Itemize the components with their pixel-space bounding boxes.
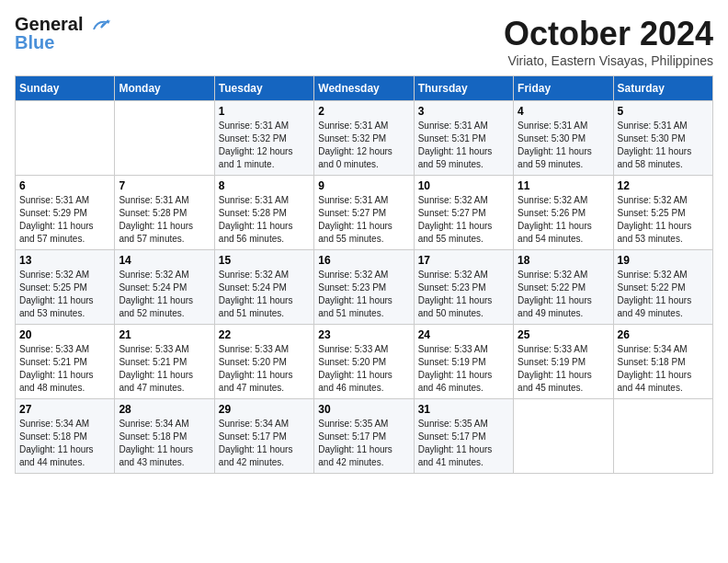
weekday-header: Monday — [115, 76, 214, 101]
day-number: 29 — [219, 403, 310, 416]
day-detail: Sunrise: 5:35 AM Sunset: 5:17 PM Dayligh… — [318, 418, 409, 469]
day-detail: Sunrise: 5:32 AM Sunset: 5:27 PM Dayligh… — [418, 194, 509, 246]
day-detail: Sunrise: 5:33 AM Sunset: 5:21 PM Dayligh… — [119, 343, 210, 395]
day-detail: Sunrise: 5:31 AM Sunset: 5:29 PM Dayligh… — [19, 194, 110, 246]
day-number: 8 — [219, 179, 310, 192]
day-number: 2 — [318, 105, 409, 118]
calendar-cell: 15Sunrise: 5:32 AM Sunset: 5:24 PM Dayli… — [214, 250, 313, 325]
calendar-cell: 24Sunrise: 5:33 AM Sunset: 5:19 PM Dayli… — [414, 325, 513, 399]
calendar-cell: 22Sunrise: 5:33 AM Sunset: 5:20 PM Dayli… — [214, 325, 313, 399]
day-detail: Sunrise: 5:34 AM Sunset: 5:17 PM Dayligh… — [219, 418, 310, 469]
day-number: 18 — [518, 254, 609, 267]
day-detail: Sunrise: 5:33 AM Sunset: 5:20 PM Dayligh… — [219, 343, 310, 395]
day-detail: Sunrise: 5:32 AM Sunset: 5:25 PM Dayligh… — [19, 269, 110, 320]
calendar-cell: 23Sunrise: 5:33 AM Sunset: 5:20 PM Dayli… — [314, 325, 414, 399]
calendar-cell: 16Sunrise: 5:32 AM Sunset: 5:23 PM Dayli… — [314, 250, 414, 325]
day-number: 28 — [119, 403, 210, 416]
calendar-cell: 9Sunrise: 5:31 AM Sunset: 5:27 PM Daylig… — [314, 176, 414, 250]
day-number: 9 — [318, 179, 409, 192]
title-block: October 2024 Viriato, Eastern Visayas, P… — [504, 15, 713, 68]
weekday-header: Friday — [514, 76, 613, 101]
day-number: 5 — [618, 105, 709, 118]
calendar-table: SundayMondayTuesdayWednesdayThursdayFrid… — [15, 75, 713, 474]
calendar-cell: 31Sunrise: 5:35 AM Sunset: 5:17 PM Dayli… — [414, 399, 513, 474]
day-number: 24 — [418, 328, 509, 341]
calendar-cell: 2Sunrise: 5:31 AM Sunset: 5:32 PM Daylig… — [314, 101, 414, 176]
calendar-cell: 19Sunrise: 5:32 AM Sunset: 5:22 PM Dayli… — [613, 250, 712, 325]
day-detail: Sunrise: 5:34 AM Sunset: 5:18 PM Dayligh… — [618, 343, 709, 395]
day-detail: Sunrise: 5:31 AM Sunset: 5:27 PM Dayligh… — [318, 194, 409, 246]
calendar-week-row: 27Sunrise: 5:34 AM Sunset: 5:18 PM Dayli… — [16, 399, 713, 474]
weekday-header: Tuesday — [214, 76, 313, 101]
day-number: 12 — [618, 179, 709, 192]
day-detail: Sunrise: 5:34 AM Sunset: 5:18 PM Dayligh… — [119, 418, 210, 469]
calendar-cell: 21Sunrise: 5:33 AM Sunset: 5:21 PM Dayli… — [115, 325, 214, 399]
calendar-cell: 1Sunrise: 5:31 AM Sunset: 5:32 PM Daylig… — [214, 101, 313, 176]
day-detail: Sunrise: 5:33 AM Sunset: 5:19 PM Dayligh… — [418, 343, 509, 395]
day-number: 6 — [19, 179, 110, 192]
month-title: October 2024 — [504, 15, 713, 53]
day-detail: Sunrise: 5:31 AM Sunset: 5:30 PM Dayligh… — [518, 120, 609, 171]
day-number: 16 — [318, 254, 409, 267]
day-detail: Sunrise: 5:33 AM Sunset: 5:21 PM Dayligh… — [19, 343, 110, 395]
day-number: 10 — [418, 179, 509, 192]
day-detail: Sunrise: 5:32 AM Sunset: 5:24 PM Dayligh… — [119, 269, 210, 320]
calendar-cell: 10Sunrise: 5:32 AM Sunset: 5:27 PM Dayli… — [414, 176, 513, 250]
day-detail: Sunrise: 5:32 AM Sunset: 5:23 PM Dayligh… — [318, 269, 409, 320]
day-number: 26 — [618, 328, 709, 341]
day-number: 23 — [318, 328, 409, 341]
weekday-header: Wednesday — [314, 76, 414, 101]
calendar-cell: 4Sunrise: 5:31 AM Sunset: 5:30 PM Daylig… — [514, 101, 613, 176]
day-detail: Sunrise: 5:31 AM Sunset: 5:28 PM Dayligh… — [219, 194, 310, 246]
calendar-cell: 12Sunrise: 5:32 AM Sunset: 5:25 PM Dayli… — [613, 176, 712, 250]
day-number: 17 — [418, 254, 509, 267]
day-number: 15 — [219, 254, 310, 267]
day-number: 13 — [19, 254, 110, 267]
logo: General Blue — [15, 15, 110, 52]
calendar-cell: 28Sunrise: 5:34 AM Sunset: 5:18 PM Dayli… — [115, 399, 214, 474]
calendar-week-row: 13Sunrise: 5:32 AM Sunset: 5:25 PM Dayli… — [16, 250, 713, 325]
calendar-cell: 5Sunrise: 5:31 AM Sunset: 5:30 PM Daylig… — [613, 101, 712, 176]
day-number: 14 — [119, 254, 210, 267]
day-detail: Sunrise: 5:31 AM Sunset: 5:32 PM Dayligh… — [219, 120, 310, 171]
calendar-cell: 7Sunrise: 5:31 AM Sunset: 5:28 PM Daylig… — [115, 176, 214, 250]
day-detail: Sunrise: 5:32 AM Sunset: 5:22 PM Dayligh… — [618, 269, 709, 320]
calendar-cell: 13Sunrise: 5:32 AM Sunset: 5:25 PM Dayli… — [16, 250, 115, 325]
day-number: 27 — [19, 403, 110, 416]
calendar-cell: 18Sunrise: 5:32 AM Sunset: 5:22 PM Dayli… — [514, 250, 613, 325]
calendar-cell: 11Sunrise: 5:32 AM Sunset: 5:26 PM Dayli… — [514, 176, 613, 250]
location-subtitle: Viriato, Eastern Visayas, Philippines — [504, 53, 713, 68]
day-detail: Sunrise: 5:32 AM Sunset: 5:24 PM Dayligh… — [219, 269, 310, 320]
day-detail: Sunrise: 5:33 AM Sunset: 5:19 PM Dayligh… — [518, 343, 609, 395]
day-detail: Sunrise: 5:32 AM Sunset: 5:25 PM Dayligh… — [618, 194, 709, 246]
page-header: General Blue October 2024 Viriato, Easte… — [15, 15, 713, 68]
calendar-cell: 30Sunrise: 5:35 AM Sunset: 5:17 PM Dayli… — [314, 399, 414, 474]
day-number: 19 — [618, 254, 709, 267]
calendar-week-row: 20Sunrise: 5:33 AM Sunset: 5:21 PM Dayli… — [16, 325, 713, 399]
calendar-cell: 20Sunrise: 5:33 AM Sunset: 5:21 PM Dayli… — [16, 325, 115, 399]
day-detail: Sunrise: 5:31 AM Sunset: 5:32 PM Dayligh… — [318, 120, 409, 171]
day-detail: Sunrise: 5:31 AM Sunset: 5:31 PM Dayligh… — [418, 120, 509, 171]
calendar-cell: 17Sunrise: 5:32 AM Sunset: 5:23 PM Dayli… — [414, 250, 513, 325]
calendar-week-row: 6Sunrise: 5:31 AM Sunset: 5:29 PM Daylig… — [16, 176, 713, 250]
logo-blue: Blue — [15, 33, 54, 52]
day-number: 7 — [119, 179, 210, 192]
calendar-cell: 6Sunrise: 5:31 AM Sunset: 5:29 PM Daylig… — [16, 176, 115, 250]
day-detail: Sunrise: 5:31 AM Sunset: 5:28 PM Dayligh… — [119, 194, 210, 246]
day-detail: Sunrise: 5:31 AM Sunset: 5:30 PM Dayligh… — [618, 120, 709, 171]
day-number: 30 — [318, 403, 409, 416]
calendar-cell — [514, 399, 613, 474]
day-number: 22 — [219, 328, 310, 341]
calendar-cell — [115, 101, 214, 176]
day-detail: Sunrise: 5:32 AM Sunset: 5:23 PM Dayligh… — [418, 269, 509, 320]
day-number: 21 — [119, 328, 210, 341]
day-number: 4 — [518, 105, 609, 118]
day-detail: Sunrise: 5:32 AM Sunset: 5:26 PM Dayligh… — [518, 194, 609, 246]
weekday-header: Saturday — [613, 76, 712, 101]
day-detail: Sunrise: 5:34 AM Sunset: 5:18 PM Dayligh… — [19, 418, 110, 469]
calendar-week-row: 1Sunrise: 5:31 AM Sunset: 5:32 PM Daylig… — [16, 101, 713, 176]
calendar-cell — [16, 101, 115, 176]
calendar-cell: 25Sunrise: 5:33 AM Sunset: 5:19 PM Dayli… — [514, 325, 613, 399]
calendar-cell: 3Sunrise: 5:31 AM Sunset: 5:31 PM Daylig… — [414, 101, 513, 176]
day-number: 3 — [418, 105, 509, 118]
